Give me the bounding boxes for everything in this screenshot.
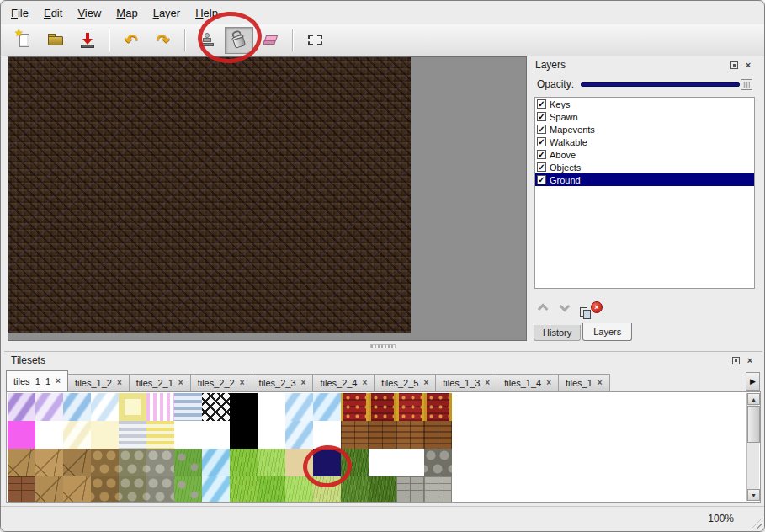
layer-visibility-checkbox[interactable]: ✓	[537, 175, 546, 184]
tileset-tab-tiles_2_1[interactable]: tiles_2_1×	[129, 374, 191, 391]
panel-tab-history[interactable]: History	[534, 325, 581, 341]
tileset-tile[interactable]	[35, 421, 63, 449]
tileset-tile[interactable]	[8, 393, 35, 421]
redo-button[interactable]: ↷	[149, 27, 178, 54]
tileset-tab-tiles_1_3[interactable]: tiles_1_3×	[435, 374, 497, 391]
panel-close-button[interactable]: ×	[742, 60, 754, 71]
tileset-tile[interactable]	[202, 476, 230, 503]
tileset-tile[interactable]	[119, 421, 146, 449]
tileset-tile[interactable]	[91, 476, 119, 503]
panel-tab-layers[interactable]: Layers	[582, 323, 632, 341]
tileset-tile[interactable]	[313, 476, 341, 503]
tileset-tile[interactable]	[230, 476, 258, 503]
tileset-tile[interactable]	[63, 393, 91, 421]
select-tool-button[interactable]	[300, 27, 329, 54]
tileset-tile[interactable]	[230, 393, 258, 421]
tileset-tab-tiles_2_3[interactable]: tiles_2_3×	[252, 374, 314, 391]
tileset-tile[interactable]	[258, 393, 285, 421]
tileset-tile[interactable]	[91, 449, 119, 476]
tileset-tab-tiles_1[interactable]: tiles_1×	[558, 374, 610, 391]
undo-button[interactable]: ↶	[117, 27, 146, 54]
tileset-tile[interactable]	[63, 421, 91, 449]
tileset-tile[interactable]	[91, 393, 119, 421]
new-map-button[interactable]: ★	[9, 27, 38, 54]
scroll-up-button[interactable]: ▲	[747, 393, 760, 405]
tileset-tab-tiles_1_4[interactable]: tiles_1_4×	[497, 374, 559, 391]
layer-visibility-checkbox[interactable]: ✓	[537, 137, 546, 146]
menu-help[interactable]: Help	[195, 7, 218, 19]
tileset-tile[interactable]	[424, 393, 452, 421]
tileset-tile[interactable]	[258, 449, 285, 476]
tileset-tile[interactable]	[369, 449, 396, 476]
tileset-tile[interactable]	[424, 421, 452, 449]
panel-float-button[interactable]	[730, 355, 741, 366]
tileset-tile[interactable]	[202, 421, 230, 449]
tileset-tile[interactable]	[396, 421, 424, 449]
layer-row-ground[interactable]: ✓Ground	[535, 173, 754, 186]
tileset-tile[interactable]	[230, 421, 258, 449]
palette-vertical-scrollbar[interactable]: ▲ ▼	[746, 393, 759, 501]
tileset-tile[interactable]	[285, 421, 313, 449]
tileset-tile[interactable]	[258, 421, 285, 449]
tab-close-icon[interactable]: ×	[423, 379, 428, 387]
tileset-tile[interactable]	[8, 449, 35, 476]
resize-grip[interactable]	[751, 518, 762, 529]
tileset-tile[interactable]	[174, 449, 202, 476]
tileset-tile[interactable]	[258, 476, 285, 503]
layer-visibility-checkbox[interactable]: ✓	[537, 162, 546, 172]
tileset-tile[interactable]	[8, 421, 35, 449]
scrollbar-thumb[interactable]	[747, 406, 760, 443]
tileset-tile[interactable]	[202, 449, 230, 476]
tileset-tile[interactable]	[63, 476, 91, 503]
layer-visibility-checkbox[interactable]: ✓	[537, 112, 546, 121]
tab-close-icon[interactable]: ×	[363, 379, 368, 387]
menu-edit[interactable]: Edit	[44, 7, 62, 19]
layer-row-keys[interactable]: ✓Keys	[535, 98, 754, 110]
tileset-tile[interactable]	[202, 393, 230, 421]
tileset-tile[interactable]	[174, 393, 202, 421]
eraser-tool-button[interactable]	[257, 27, 285, 54]
tileset-tile[interactable]	[341, 449, 369, 476]
tileset-tile[interactable]	[35, 476, 63, 503]
layer-delete-button[interactable]: ×	[591, 301, 603, 313]
tileset-tile[interactable]	[341, 421, 369, 449]
tileset-tab-tiles_2_2[interactable]: tiles_2_2×	[190, 374, 252, 391]
tileset-tile[interactable]	[174, 421, 202, 449]
tileset-tab-tiles_1_1[interactable]: tiles_1_1×	[6, 370, 68, 391]
tileset-tile[interactable]	[285, 449, 313, 476]
tileset-tile[interactable]	[396, 393, 424, 421]
map-viewport[interactable]	[8, 56, 527, 341]
tileset-tile[interactable]	[369, 393, 396, 421]
panel-float-button[interactable]	[728, 60, 740, 71]
panel-splitter[interactable]	[1, 343, 764, 349]
tab-close-icon[interactable]: ×	[240, 379, 245, 387]
tileset-tab-tiles_2_4[interactable]: tiles_2_4×	[312, 374, 375, 391]
menu-file[interactable]: File	[11, 7, 29, 19]
tab-close-icon[interactable]: ×	[301, 379, 306, 387]
tileset-tile[interactable]	[63, 449, 91, 476]
tileset-tile[interactable]	[285, 476, 313, 503]
tileset-tile[interactable]	[369, 476, 396, 503]
tileset-tile[interactable]	[396, 476, 424, 503]
tileset-tile[interactable]	[424, 476, 452, 503]
layer-visibility-checkbox[interactable]: ✓	[537, 125, 546, 134]
tileset-tile[interactable]	[230, 449, 258, 476]
tab-close-icon[interactable]: ×	[117, 379, 122, 387]
tab-close-icon[interactable]: ×	[178, 379, 183, 387]
tileset-tile[interactable]	[313, 449, 341, 476]
layer-move-up-button[interactable]	[540, 300, 548, 315]
layer-row-spawn[interactable]: ✓Spawn	[535, 110, 754, 123]
tileset-tile[interactable]	[313, 393, 341, 421]
layer-row-walkable[interactable]: ✓Walkable	[535, 136, 754, 148]
tileset-tile[interactable]	[91, 421, 119, 449]
tileset-tile[interactable]	[424, 449, 452, 476]
tab-close-icon[interactable]: ×	[546, 379, 551, 387]
menu-layer[interactable]: Layer	[153, 7, 181, 19]
tileset-tile[interactable]	[8, 476, 35, 503]
map-canvas[interactable]	[8, 57, 411, 332]
tileset-tile[interactable]	[341, 393, 369, 421]
tileset-tile[interactable]	[146, 421, 174, 449]
layer-visibility-checkbox[interactable]: ✓	[537, 150, 546, 159]
tab-close-icon[interactable]: ×	[485, 379, 490, 387]
layer-visibility-checkbox[interactable]: ✓	[537, 99, 546, 109]
